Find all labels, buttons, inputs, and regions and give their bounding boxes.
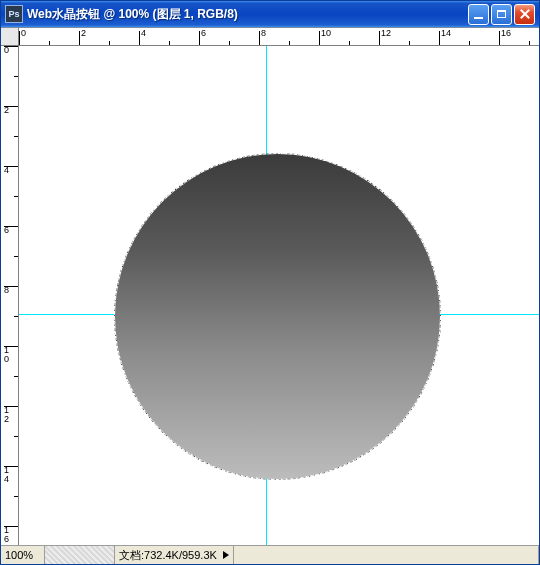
status-bar: 100% 文档: 732.4K/959.3K (1, 545, 539, 564)
ruler-v-tick-minor (14, 76, 18, 77)
ruler-h-label: 12 (381, 28, 391, 38)
zoom-level-field[interactable]: 100% (1, 546, 45, 564)
ruler-v-tick-minor (14, 196, 18, 197)
maximize-button[interactable] (491, 4, 512, 25)
canvas-viewport[interactable] (19, 46, 539, 545)
ruler-v-label: 4 (4, 166, 14, 175)
ruler-h-tick-minor (409, 41, 410, 45)
maximize-icon (497, 10, 506, 18)
ruler-h-tick-major (199, 31, 200, 45)
ruler-h-tick-major (19, 31, 20, 45)
doc-info-sizes: 732.4K/959.3K (144, 549, 217, 561)
ruler-v-label: 10 (4, 346, 14, 364)
ruler-v-tick-minor (14, 256, 18, 257)
ruler-v-tick-minor (14, 496, 18, 497)
navigator-thumbnail[interactable] (45, 546, 115, 564)
titlebar[interactable]: Ps Web水晶按钮 @ 100% (图层 1, RGB/8) (1, 1, 539, 27)
document-window: Ps Web水晶按钮 @ 100% (图层 1, RGB/8) 02468101… (0, 0, 540, 565)
window-title: Web水晶按钮 @ 100% (图层 1, RGB/8) (27, 6, 238, 23)
app-icon: Ps (5, 5, 23, 23)
doc-info-dropdown-icon (223, 551, 229, 559)
work-area: 0246810121416 0246810121416 (1, 27, 539, 545)
ruler-h-tick-major (139, 31, 140, 45)
ruler-h-tick-major (439, 31, 440, 45)
ruler-h-tick-minor (469, 41, 470, 45)
ruler-h-label: 4 (141, 28, 146, 38)
ruler-v-label: 16 (4, 526, 14, 544)
ruler-h-tick-major (379, 31, 380, 45)
ruler-h-label: 16 (501, 28, 511, 38)
ruler-origin-corner[interactable] (1, 28, 19, 46)
ruler-h-label: 0 (21, 28, 26, 38)
ruler-h-tick-major (79, 31, 80, 45)
ruler-v-tick-minor (14, 436, 18, 437)
ruler-horizontal[interactable]: 0246810121416 (19, 28, 539, 46)
minimize-icon (474, 17, 483, 19)
ruler-v-tick-minor (14, 136, 18, 137)
ruler-h-tick-minor (169, 41, 170, 45)
window-buttons (468, 4, 539, 25)
doc-info-label: 文档: (119, 548, 144, 563)
ruler-h-tick-minor (229, 41, 230, 45)
close-icon (520, 9, 530, 19)
close-button[interactable] (514, 4, 535, 25)
ruler-h-tick-minor (49, 41, 50, 45)
ruler-h-tick-minor (349, 41, 350, 45)
ruler-v-label: 2 (4, 106, 14, 115)
ruler-h-tick-minor (529, 41, 530, 45)
ruler-v-tick-minor (14, 376, 18, 377)
ruler-v-tick-minor (14, 316, 18, 317)
ruler-v-label: 8 (4, 286, 14, 295)
ruler-h-label: 14 (441, 28, 451, 38)
ruler-h-tick-minor (289, 41, 290, 45)
minimize-button[interactable] (468, 4, 489, 25)
ruler-h-label: 6 (201, 28, 206, 38)
ruler-v-label: 0 (4, 46, 14, 55)
ruler-h-tick-major (259, 31, 260, 45)
ruler-h-tick-major (319, 31, 320, 45)
ruler-h-label: 2 (81, 28, 86, 38)
selection-shape[interactable] (115, 154, 440, 479)
ruler-h-tick-major (499, 31, 500, 45)
ruler-v-label: 12 (4, 406, 14, 424)
gradient-circle (115, 154, 440, 479)
ruler-h-label: 8 (261, 28, 266, 38)
ruler-h-tick-minor (109, 41, 110, 45)
ruler-v-label: 6 (4, 226, 14, 235)
document-info[interactable]: 文档: 732.4K/959.3K (115, 546, 234, 564)
status-bar-empty (234, 546, 539, 564)
ruler-vertical[interactable]: 0246810121416 (1, 46, 19, 545)
ruler-v-label: 14 (4, 466, 14, 484)
ruler-h-label: 10 (321, 28, 331, 38)
